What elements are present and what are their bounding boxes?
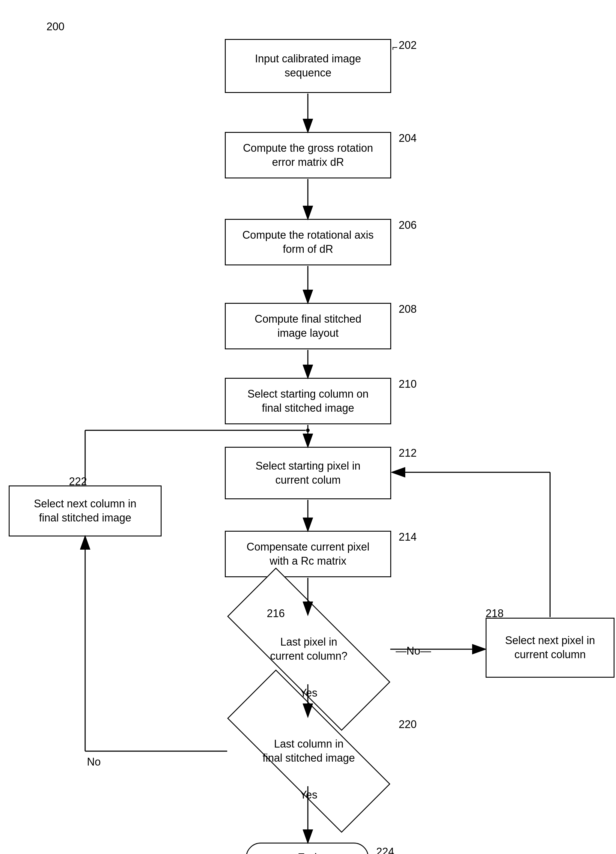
no-label-216: —No— — [396, 645, 431, 657]
num-220: 220 — [399, 718, 417, 731]
node-224-label: End — [298, 851, 317, 854]
num-222: 222 — [69, 475, 87, 488]
node-214: Compensate current pixelwith a Rc matrix — [225, 531, 391, 577]
node-220-label: Last column infinal stitched image — [262, 737, 355, 765]
node-206: Compute the rotational axisform of dR — [225, 219, 391, 265]
node-202-label: Input calibrated imagesequence — [255, 52, 361, 80]
node-212: Select starting pixel incurrent colum — [225, 447, 391, 499]
num-212: 212 — [399, 447, 417, 459]
bracket-202: ⌐ — [392, 42, 398, 53]
yes-label-220: Yes — [300, 788, 317, 801]
node-208-label: Compute final stitchedimage layout — [255, 312, 361, 340]
num-210: 210 — [399, 378, 417, 390]
num-216: 216 — [267, 607, 285, 620]
diagram-number-label: 200 — [46, 20, 64, 33]
node-222: Select next column infinal stitched imag… — [9, 485, 162, 537]
flowchart-diagram: 200 — [0, 0, 616, 854]
num-224: 224 — [376, 846, 394, 854]
node-212-label: Select starting pixel incurrent colum — [255, 459, 360, 487]
node-202: Input calibrated imagesequence — [225, 39, 391, 93]
svg-point-40 — [306, 429, 310, 432]
node-220: Last column infinal stitched image — [228, 717, 390, 785]
num-208: 208 — [399, 303, 417, 316]
node-206-label: Compute the rotational axisform of dR — [242, 228, 374, 256]
num-204: 204 — [399, 132, 417, 145]
node-214-label: Compensate current pixelwith a Rc matrix — [246, 540, 369, 568]
num-206: 206 — [399, 219, 417, 232]
node-210-label: Select starting column onfinal stitched … — [247, 387, 368, 415]
node-224: End — [246, 843, 369, 854]
node-216-label: Last pixel incurrent column? — [270, 635, 348, 663]
num-218: 218 — [486, 607, 503, 620]
node-218: Select next pixel incurrent column — [486, 618, 614, 678]
node-218-label: Select next pixel incurrent column — [505, 634, 595, 662]
node-204-label: Compute the gross rotationerror matrix d… — [243, 141, 373, 169]
node-204: Compute the gross rotationerror matrix d… — [225, 132, 391, 178]
node-210: Select starting column onfinal stitched … — [225, 378, 391, 424]
num-214: 214 — [399, 531, 417, 543]
no-label-220: No — [87, 756, 101, 768]
node-208: Compute final stitchedimage layout — [225, 303, 391, 349]
node-222-label: Select next column infinal stitched imag… — [34, 497, 136, 525]
node-216: Last pixel incurrent column? — [228, 615, 390, 684]
yes-label-216: Yes — [300, 687, 317, 699]
num-202: 202 — [399, 39, 417, 52]
